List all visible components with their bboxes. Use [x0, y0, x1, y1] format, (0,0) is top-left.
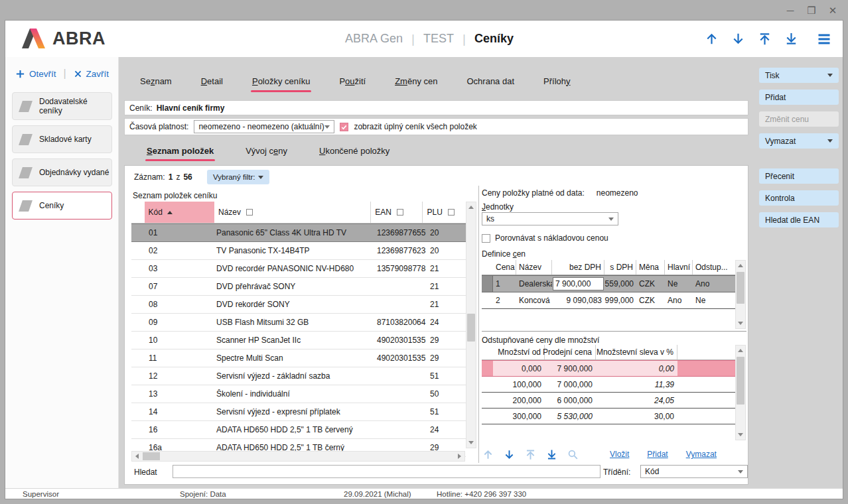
action-button[interactable]: Změnit cenu — [759, 111, 839, 127]
table-row[interactable]: 13 Školení - individuální 50 — [131, 385, 466, 403]
table-row[interactable]: 2 Koncová p 9 090,083 10 999,000 CZK Ano… — [482, 292, 735, 309]
tab[interactable]: Seznam — [140, 66, 172, 95]
table-row[interactable]: 200,000 6 000,000 24,05 — [482, 393, 735, 409]
scroll-down-icon[interactable] — [736, 318, 745, 328]
tiers-scrollbar[interactable] — [735, 345, 746, 440]
show-full-pricelist-checkbox[interactable] — [340, 123, 348, 131]
tab[interactable]: Položky ceníku — [252, 66, 310, 95]
column-header-plu[interactable]: PLU — [423, 202, 466, 223]
table-row[interactable]: 08 DVD rekordér SONY 21 — [131, 296, 466, 314]
table-row[interactable]: 09 USB Flash Mitsumi 32 GB 871038200647 … — [131, 314, 466, 332]
column-filter-icon[interactable] — [397, 209, 403, 216]
table-row[interactable]: 300,000 5 530,000 30,00 — [482, 409, 735, 424]
action-button[interactable]: Vymazat — [759, 133, 839, 149]
move-up-icon[interactable] — [704, 31, 719, 46]
sidebar-item[interactable]: Dodavatelské ceníky — [12, 92, 112, 120]
column-header-name[interactable]: Název — [214, 202, 371, 223]
column-header[interactable]: Prodejní cena — [545, 345, 596, 359]
move-last-icon[interactable] — [545, 448, 558, 461]
subtab[interactable]: Ukončené položky — [319, 139, 389, 163]
table-row[interactable]: 02 TV Panasonic TX-14B4TP 123698776238 2… — [131, 242, 466, 260]
scroll-down-icon[interactable] — [736, 430, 745, 440]
action-button[interactable]: Tisk — [759, 68, 839, 83]
price-edit-cell[interactable]: 7 900,000 — [552, 277, 604, 290]
scroll-up-icon[interactable] — [736, 346, 745, 355]
table-row[interactable]: 12 Servisní výjezd - základní sazba 51 — [131, 367, 466, 385]
column-header[interactable]: Cena — [493, 260, 516, 275]
table-row[interactable]: 1 Dealerská 7 900,000 9 559,000 CZK Ne A… — [482, 275, 735, 292]
maximize-icon[interactable]: ❒ — [806, 4, 817, 16]
add-link[interactable]: Přidat — [647, 450, 668, 459]
column-filter-icon[interactable] — [246, 209, 253, 216]
column-header[interactable]: Název — [516, 260, 552, 275]
table-row[interactable]: 03 DVD recordér PANASONIC NV-HD680 13579… — [131, 260, 466, 278]
table-row[interactable]: 14 Servisní výjezd - expresní příplatek … — [131, 403, 466, 421]
table-row[interactable]: 10 Scanner HP ScanJet IIc 490203015355 2… — [131, 332, 466, 349]
validity-select[interactable]: neomezeno - neomezeno (aktuální) — [194, 120, 334, 133]
sidebar-item[interactable]: Skladové karty — [12, 125, 112, 153]
scrollbar-thumb[interactable] — [737, 357, 744, 405]
move-up-icon[interactable] — [482, 448, 494, 461]
column-filter-icon[interactable] — [448, 209, 455, 216]
scrollbar-thumb[interactable] — [467, 314, 475, 342]
action-button[interactable]: Hledat dle EAN — [759, 212, 839, 227]
menu-icon[interactable] — [816, 31, 832, 47]
tab[interactable]: Použití — [339, 66, 366, 95]
search-input[interactable] — [173, 465, 601, 478]
items-vertical-scrollbar[interactable] — [466, 202, 476, 448]
action-button[interactable]: Kontrola — [759, 190, 839, 206]
move-down-icon[interactable] — [503, 448, 516, 461]
move-first-icon[interactable] — [757, 31, 772, 46]
action-button[interactable]: Přecenit — [759, 168, 839, 184]
compare-cost-checkbox[interactable] — [482, 234, 490, 243]
open-button[interactable]: Otevřít — [15, 69, 56, 79]
units-select[interactable]: ks — [482, 212, 618, 225]
minimize-icon[interactable]: ─ — [784, 4, 796, 16]
tab[interactable]: Přílohy — [543, 66, 570, 95]
column-header-code[interactable]: Kód — [145, 202, 215, 223]
sidebar-item[interactable]: Ceníky — [12, 192, 112, 220]
column-header[interactable]: s DPH — [604, 260, 636, 275]
table-row[interactable]: 11 Spectre Multi Scan 490203015357 29 — [131, 349, 466, 367]
scroll-left-icon[interactable] — [132, 452, 142, 461]
subtab[interactable]: Vývoj ceny — [246, 139, 287, 163]
delete-link[interactable]: Vymazat — [686, 450, 717, 459]
search-icon[interactable] — [567, 448, 579, 461]
close-button[interactable]: Zavřít — [74, 69, 109, 79]
action-button[interactable]: Přidat — [759, 90, 839, 105]
items-horizontal-scrollbar[interactable] — [131, 451, 465, 462]
selected-filter-dropdown[interactable]: Vybraný filtr: — [207, 170, 269, 184]
column-header[interactable]: bez DPH — [552, 260, 604, 275]
scroll-up-icon[interactable] — [466, 202, 476, 212]
window-titlebar[interactable]: ─ ❒ ✕ — [0, 0, 848, 20]
table-row[interactable]: 16 ADATA HD650 HDD 2,5" 1 TB červený 24 — [131, 421, 466, 439]
table-row[interactable]: 100,000 7 000,000 11,39 — [482, 377, 735, 393]
definitions-scrollbar[interactable] — [735, 260, 746, 329]
column-header-ean[interactable]: EAN — [371, 202, 423, 223]
subtab[interactable]: Seznam položek — [147, 139, 214, 163]
scroll-right-icon[interactable] — [455, 452, 464, 461]
sort-select[interactable]: Kód — [640, 465, 748, 478]
column-header[interactable]: Měna — [636, 260, 665, 275]
table-row[interactable]: 07 DVD přehrávač SONY 21 — [131, 278, 466, 296]
table-row[interactable]: 01 Panasonic 65" Class 4K Ultra HD TV 12… — [131, 223, 466, 242]
inline-editor[interactable]: 7 900,000 — [553, 277, 604, 290]
move-down-icon[interactable] — [731, 31, 746, 46]
scrollbar-thumb[interactable] — [143, 452, 160, 460]
scrollbar-thumb[interactable] — [737, 272, 744, 304]
panel-splitter[interactable] — [478, 186, 479, 463]
column-header[interactable]: Odstup... — [693, 260, 735, 275]
move-first-icon[interactable] — [524, 448, 537, 461]
tab[interactable]: Ochrana dat — [466, 66, 514, 95]
close-icon[interactable]: ✕ — [827, 4, 839, 16]
scroll-down-icon[interactable] — [466, 438, 476, 448]
move-last-icon[interactable] — [784, 31, 799, 46]
tab[interactable]: Detail — [201, 66, 223, 95]
tab[interactable]: Změny cen — [395, 66, 437, 95]
scroll-up-icon[interactable] — [736, 261, 745, 271]
column-header[interactable]: Množstevní sleva v % — [596, 345, 677, 359]
column-header[interactable]: Hlavní — [665, 260, 693, 275]
table-row[interactable]: 0,000 7 900,000 0,00 — [482, 360, 735, 377]
column-header[interactable]: Množství od — [493, 345, 545, 359]
sidebar-item[interactable]: Objednávky vydané — [12, 158, 112, 186]
